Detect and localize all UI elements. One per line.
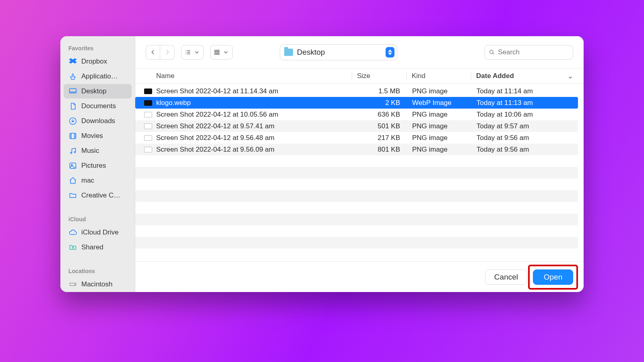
sidebar-item-shared[interactable]: Shared	[64, 240, 132, 255]
view-grid-button-group	[210, 45, 233, 60]
shared-folder-icon	[68, 243, 77, 252]
chevron-down-icon: ⌄	[568, 72, 573, 80]
file-size: 636 KB	[353, 111, 407, 119]
open-button[interactable]: Open	[533, 269, 573, 285]
search-input[interactable]	[498, 48, 569, 56]
toolbar: Desktop	[135, 36, 584, 68]
pictures-icon	[68, 161, 77, 170]
svg-rect-12	[215, 53, 217, 54]
dialog-footer: Cancel Open	[135, 261, 584, 292]
main-panel: Desktop Name Size Kind Date Added ⌄ Scre…	[135, 36, 584, 292]
file-date: Today at 9:56 am	[472, 146, 578, 154]
file-thumbnail-icon	[143, 111, 153, 118]
documents-icon	[68, 102, 77, 111]
empty-row	[135, 202, 578, 214]
sidebar-item-desktop[interactable]: Desktop	[64, 84, 132, 99]
sidebar-item-label: Pictures	[81, 162, 106, 170]
desktop-icon	[68, 87, 77, 96]
view-grid-button[interactable]	[210, 45, 233, 60]
empty-row	[135, 225, 578, 237]
file-kind: PNG image	[407, 111, 472, 119]
current-folder-label: Desktop	[297, 48, 325, 57]
view-list-button-group	[181, 45, 204, 60]
sidebar-item-dropbox[interactable]: Dropbox	[64, 54, 132, 69]
back-button[interactable]	[146, 45, 160, 60]
svg-point-4	[74, 152, 75, 153]
sidebar-item-applications[interactable]: Applicatio…	[64, 69, 132, 84]
sidebar-item-music[interactable]: Music	[64, 144, 132, 158]
chevron-down-icon	[223, 49, 229, 56]
column-size[interactable]: Size	[352, 72, 407, 80]
file-date: Today at 9:56 am	[472, 134, 578, 142]
sidebar-item-home[interactable]: mac	[64, 173, 132, 188]
file-row[interactable]: Screen Shot 2022-04-12 at 10.05.56 am636…	[135, 109, 578, 120]
cancel-button[interactable]: Cancel	[485, 269, 527, 285]
movies-icon	[68, 132, 77, 140]
search-field[interactable]	[485, 45, 573, 60]
forward-button[interactable]	[160, 45, 175, 60]
sidebar-item-icloud-drive[interactable]: iCloud Drive	[64, 225, 132, 240]
sidebar-item-pictures[interactable]: Pictures	[64, 158, 132, 173]
svg-point-3	[70, 152, 72, 153]
file-row[interactable]: Screen Shot 2022-04-12 at 9.57.41 am501 …	[135, 120, 578, 132]
file-name: Screen Shot 2022-04-12 at 9.56.48 am	[156, 134, 353, 142]
sidebar-item-creative[interactable]: Creative C…	[64, 188, 132, 203]
file-kind: PNG image	[407, 146, 472, 154]
file-row[interactable]: Screen Shot 2022-04-12 at 11.14.34 am1.5…	[135, 85, 578, 97]
file-name: Screen Shot 2022-04-12 at 11.14.34 am	[156, 87, 353, 95]
empty-row	[135, 237, 578, 249]
music-icon	[68, 146, 77, 155]
svg-rect-10	[215, 50, 217, 51]
sidebar-item-downloads[interactable]: Downloads	[64, 114, 132, 128]
file-thumbnail-icon	[143, 123, 153, 130]
svg-rect-13	[217, 53, 219, 54]
path-stepper-icon[interactable]	[386, 47, 394, 58]
file-name: klogo.webp	[156, 99, 353, 107]
cloud-icon	[68, 228, 77, 237]
empty-row	[135, 179, 578, 190]
file-open-dialog: Favorites Dropbox Applicatio… Desktop Do…	[60, 36, 584, 292]
column-name[interactable]: Name	[156, 72, 352, 80]
sidebar-item-documents[interactable]: Documents	[64, 99, 132, 113]
file-kind: PNG image	[407, 134, 472, 142]
home-icon	[68, 176, 77, 185]
sidebar-section-icloud: iCloud	[60, 214, 135, 225]
svg-rect-0	[70, 88, 76, 93]
column-date[interactable]: Date Added ⌄	[471, 72, 577, 80]
file-date: Today at 11:14 am	[472, 87, 578, 95]
view-list-button[interactable]	[181, 45, 204, 60]
path-selector[interactable]: Desktop	[280, 44, 397, 60]
dropbox-icon	[68, 57, 77, 66]
empty-row	[135, 214, 578, 225]
sidebar-item-macintosh[interactable]: Macintosh	[64, 277, 132, 292]
file-name: Screen Shot 2022-04-12 at 10.05.56 am	[156, 111, 353, 119]
file-thumbnail-icon	[143, 88, 153, 95]
column-kind[interactable]: Kind	[407, 72, 471, 80]
drive-icon	[68, 280, 77, 289]
svg-rect-2	[70, 133, 76, 138]
svg-rect-11	[217, 50, 219, 51]
file-row[interactable]: klogo.webp2 KBWebP ImageToday at 11:13 a…	[135, 97, 578, 109]
sidebar-item-label: iCloud Drive	[81, 228, 119, 237]
sidebar-item-label: Music	[81, 147, 99, 155]
nav-buttons	[146, 45, 175, 60]
sidebar-item-label: Documents	[81, 102, 116, 110]
file-name: Screen Shot 2022-04-12 at 9.57.41 am	[156, 122, 353, 130]
file-row[interactable]: Screen Shot 2022-04-12 at 9.56.48 am217 …	[135, 132, 578, 144]
empty-row	[135, 167, 578, 179]
sidebar-item-label: Applicatio…	[81, 72, 118, 80]
file-size: 801 KB	[353, 146, 407, 154]
sidebar-section-locations: Locations	[60, 265, 135, 277]
sidebar-item-label: Macintosh	[81, 280, 112, 288]
sidebar-item-label: Creative C…	[81, 191, 120, 200]
file-list[interactable]: Screen Shot 2022-04-12 at 11.14.34 am1.5…	[135, 84, 584, 261]
column-date-label: Date Added	[476, 72, 514, 80]
file-date: Today at 9:57 am	[472, 122, 578, 130]
search-icon	[489, 49, 495, 56]
folder-icon	[284, 49, 293, 56]
sidebar-item-movies[interactable]: Movies	[64, 129, 132, 143]
applications-icon	[68, 72, 77, 81]
downloads-icon	[68, 117, 77, 125]
file-size: 217 KB	[353, 134, 407, 142]
file-row[interactable]: Screen Shot 2022-04-12 at 9.56.09 am801 …	[135, 144, 578, 155]
